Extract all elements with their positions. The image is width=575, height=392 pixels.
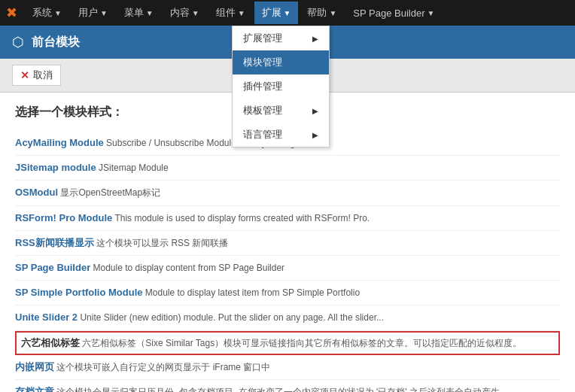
module-name[interactable]: Unite Slider 2 xyxy=(15,311,78,323)
nav-system[interactable]: 系统 ▼ xyxy=(25,2,69,24)
list-item: 内嵌网页 这个模块可嵌入自行定义的网页显示于 iFrame 窗口中 xyxy=(15,355,560,380)
navbar: ✖ 系统 ▼ 用户 ▼ 菜单 ▼ 内容 ▼ 组件 ▼ 扩展 ▼ 帮助 ▼ xyxy=(0,0,575,26)
module-desc: JSitemap Module xyxy=(96,163,169,173)
page-title: 前台模块 xyxy=(32,35,80,50)
chevron-down-icon: ▼ xyxy=(329,9,336,17)
module-desc: Unite Slider (new edition) module. Put t… xyxy=(78,312,384,323)
nav-users[interactable]: 用户 ▼ xyxy=(71,2,115,24)
chevron-right-icon: ▶ xyxy=(312,107,318,115)
chevron-right-icon: ▶ xyxy=(312,35,318,43)
chevron-down-icon: ▼ xyxy=(192,9,199,17)
chevron-down-icon: ▼ xyxy=(284,9,291,17)
list-item: SP Simple Portfolio Module Module to dis… xyxy=(15,281,560,305)
module-desc: 这个模块可嵌入自行定义的网页显示于 iFrame 窗口中 xyxy=(54,362,270,372)
nav-components[interactable]: 组件 ▼ xyxy=(208,2,253,24)
module-list: AcyMailing Module Subscribe / Unsubscrib… xyxy=(15,131,560,392)
module-name[interactable]: OSModul xyxy=(15,187,58,198)
module-desc: 六艺相似标签（Sixe Similar Tags）模块可显示链接指向其它所有相似… xyxy=(80,338,522,348)
module-name[interactable]: 内嵌网页 xyxy=(15,361,54,372)
module-desc: This module is used to display forms cre… xyxy=(112,213,370,223)
module-name[interactable]: RSForm! Pro Module xyxy=(15,212,112,223)
module-desc: Module to display latest item from SP Si… xyxy=(143,287,361,298)
list-item: 六艺相似标签 六艺相似标签（Sixe Similar Tags）模块可显示链接指… xyxy=(15,331,560,355)
dropdown-lang-manage[interactable]: 语言管理 ▶ xyxy=(233,123,329,147)
chevron-down-icon: ▼ xyxy=(100,9,108,17)
nav-sp-page-builder[interactable]: SP Page Builder ▼ xyxy=(345,3,442,23)
dropdown-template-manage[interactable]: 模板管理 ▶ xyxy=(233,99,329,123)
list-item: RSS新闻联播显示 这个模块可以显示 RSS 新闻联播 xyxy=(15,231,560,256)
chevron-down-icon: ▼ xyxy=(54,9,62,17)
list-item: RSForm! Pro Module This module is used t… xyxy=(15,206,560,231)
brand-icon: ✖ xyxy=(6,5,17,21)
navbar-items: 系统 ▼ 用户 ▼ 菜单 ▼ 内容 ▼ 组件 ▼ 扩展 ▼ 帮助 ▼ SP Pa… xyxy=(25,2,569,24)
nav-help[interactable]: 帮助 ▼ xyxy=(300,2,344,24)
module-icon: ⬡ xyxy=(12,34,24,50)
module-name[interactable]: 存档文章 xyxy=(15,386,54,392)
module-desc: 显示OpenStreetMap标记 xyxy=(58,187,160,198)
module-name[interactable]: JSitemap module xyxy=(15,162,96,173)
dropdown-ext-manage[interactable]: 扩展管理 ▶ xyxy=(233,26,329,50)
module-name[interactable]: SP Simple Portfolio Module xyxy=(15,287,143,298)
list-item: 存档文章 这个模块会显示归案日历月份. 包含存档项目, 在您改变了一个内容项目的… xyxy=(15,380,560,392)
list-item: Unite Slider 2 Unite Slider (new edition… xyxy=(15,305,560,330)
list-item: OSModul 显示OpenStreetMap标记 xyxy=(15,181,560,205)
dropdown-module-manage[interactable]: 模块管理 xyxy=(233,50,329,74)
chevron-down-icon: ▼ xyxy=(146,9,154,17)
dropdown-plugin-manage[interactable]: 插件管理 xyxy=(233,74,329,99)
chevron-down-icon: ▼ xyxy=(238,9,245,17)
extensions-dropdown: 扩展管理 ▶ 模块管理 插件管理 模板管理 ▶ 语言管理 ▶ xyxy=(232,26,330,147)
nav-extensions[interactable]: 扩展 ▼ xyxy=(254,2,299,24)
module-desc: 这个模块会显示归案日历月份. 包含存档项目, 在您改变了一个内容项目的状况为 '… xyxy=(54,387,502,392)
module-name[interactable]: 六艺相似标签 xyxy=(21,337,80,348)
list-item: JSitemap module JSitemap Module xyxy=(15,156,560,181)
module-desc: 这个模块可以显示 RSS 新闻联播 xyxy=(94,238,229,248)
cancel-x-icon: ✕ xyxy=(20,69,29,81)
module-name[interactable]: SP Page Builder xyxy=(15,262,90,273)
module-desc: Module to display content from SP Page B… xyxy=(90,263,284,273)
cancel-button[interactable]: ✕ 取消 xyxy=(12,65,61,86)
list-item: SP Page Builder Module to display conten… xyxy=(15,256,560,281)
nav-menus[interactable]: 菜单 ▼ xyxy=(117,2,161,24)
nav-content[interactable]: 内容 ▼ xyxy=(163,2,207,24)
chevron-right-icon: ▶ xyxy=(312,131,318,139)
module-name[interactable]: RSS新闻联播显示 xyxy=(15,237,94,248)
module-name[interactable]: AcyMailing Module xyxy=(15,137,104,148)
chevron-down-icon: ▼ xyxy=(427,9,435,17)
